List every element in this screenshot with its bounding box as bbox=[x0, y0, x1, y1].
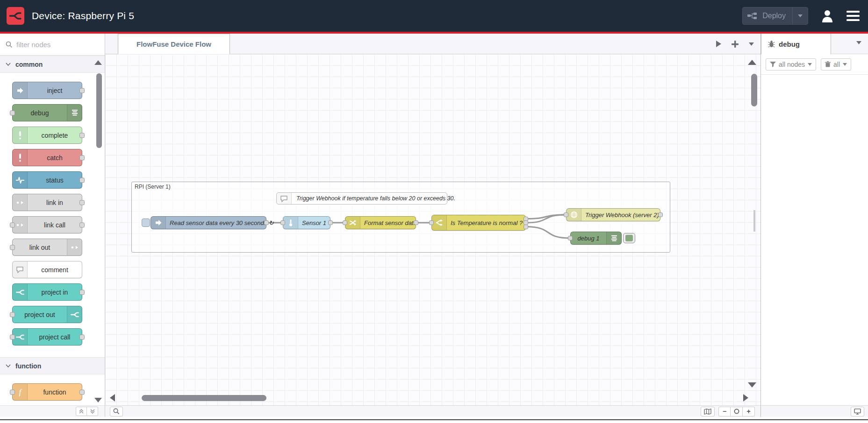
input-port[interactable] bbox=[280, 220, 285, 225]
zoom-out-button[interactable]: − bbox=[718, 407, 731, 416]
zoom-in-button[interactable]: + bbox=[743, 407, 755, 416]
main-menu-icon[interactable] bbox=[846, 11, 860, 21]
flow-node-http[interactable]: Trigger Webhook (server 2) bbox=[566, 208, 660, 221]
app-header: Device: Raspberry Pi 5 Deploy bbox=[0, 0, 868, 32]
deploy-button[interactable]: Deploy bbox=[742, 7, 808, 25]
debug-filter-button[interactable]: all nodes bbox=[766, 58, 816, 70]
palette-node-label: link call bbox=[28, 221, 82, 229]
zoom-reset-button[interactable] bbox=[731, 407, 743, 416]
palette-node-project-in[interactable]: project in bbox=[12, 283, 82, 301]
canvas-scroll-down-icon[interactable] bbox=[748, 382, 756, 388]
input-port[interactable] bbox=[343, 220, 347, 225]
chevron-down-icon bbox=[6, 364, 11, 367]
palette-node-catch[interactable]: catch bbox=[12, 149, 82, 166]
input-port[interactable] bbox=[10, 110, 15, 115]
canvas-hscrollbar-thumb[interactable] bbox=[142, 395, 266, 401]
collapse-categories-button[interactable] bbox=[76, 407, 87, 416]
input-port[interactable] bbox=[10, 222, 15, 227]
input-port[interactable] bbox=[10, 389, 15, 395]
input-port[interactable] bbox=[568, 236, 573, 240]
inject-arrow-icon bbox=[13, 82, 28, 99]
output-port[interactable] bbox=[414, 220, 418, 225]
debug-clear-button[interactable]: all bbox=[821, 58, 851, 70]
output-port[interactable] bbox=[79, 88, 85, 93]
debug-enable-toggle[interactable] bbox=[623, 233, 635, 243]
palette-scroll-area[interactable]: commoninjectdebugcompletecatchstatuslink… bbox=[0, 56, 105, 405]
output-port[interactable] bbox=[658, 212, 663, 217]
palette-category-common[interactable]: common bbox=[0, 56, 105, 73]
palette-category-function[interactable]: function bbox=[0, 357, 105, 374]
palette-search[interactable] bbox=[0, 34, 105, 56]
flow-node-change[interactable]: Format sensor data bbox=[345, 216, 416, 229]
link-icon bbox=[67, 239, 82, 255]
palette-category-label: common bbox=[15, 61, 43, 68]
output-port[interactable] bbox=[328, 220, 333, 225]
flow-list-caret-icon[interactable] bbox=[749, 42, 754, 46]
navigator-map-icon[interactable] bbox=[701, 407, 715, 416]
inject-arrow-icon bbox=[151, 217, 166, 229]
input-port[interactable] bbox=[10, 312, 15, 317]
palette-node-link-in[interactable]: link in bbox=[12, 194, 82, 211]
input-port[interactable] bbox=[564, 212, 568, 217]
input-port[interactable] bbox=[10, 334, 15, 339]
input-port[interactable] bbox=[10, 245, 15, 250]
palette-node-complete[interactable]: complete bbox=[12, 127, 82, 144]
expand-categories-button[interactable] bbox=[87, 407, 98, 416]
palette-node-project-call[interactable]: project call bbox=[12, 328, 82, 345]
input-port[interactable] bbox=[429, 220, 434, 225]
palette-node-link-out[interactable]: link out bbox=[12, 239, 82, 256]
output-port[interactable] bbox=[79, 133, 85, 138]
palette-node-label: inject bbox=[28, 87, 82, 94]
canvas-vscrollbar-thumb[interactable] bbox=[751, 74, 757, 106]
add-flow-icon[interactable] bbox=[732, 41, 739, 48]
flow-node-sensor[interactable]: Sensor 1 bbox=[283, 216, 330, 229]
output-port[interactable] bbox=[264, 220, 269, 225]
palette-node-status[interactable]: status bbox=[12, 171, 82, 189]
palette-node-label: project in bbox=[28, 289, 82, 296]
debug-lines-icon bbox=[606, 232, 621, 244]
flow-node-debug1[interactable]: debug 1 bbox=[570, 232, 622, 245]
flow-node-label: Format sensor data bbox=[360, 219, 421, 226]
debug-messages-panel bbox=[761, 75, 868, 405]
flow-node-label: Trigger Webhook (server 2) bbox=[581, 212, 663, 219]
user-avatar-icon[interactable] bbox=[820, 9, 834, 23]
output-port[interactable] bbox=[79, 200, 85, 205]
flow-node-inject[interactable]: Read sensor data every 30 seconds ↻ bbox=[151, 216, 266, 229]
palette-node-function[interactable]: ffunction bbox=[12, 383, 82, 401]
palette-node-debug[interactable]: debug bbox=[12, 104, 82, 121]
palette-scroll-down-icon[interactable] bbox=[94, 398, 102, 402]
flow-node-label: Sensor 1 bbox=[298, 219, 330, 226]
page-title: Device: Raspberry Pi 5 bbox=[32, 10, 134, 21]
palette-node-comment[interactable]: comment bbox=[12, 261, 82, 278]
palette-scrollbar-thumb[interactable] bbox=[96, 73, 102, 148]
output-port[interactable] bbox=[79, 222, 85, 227]
tab-flowfuse-device-flow[interactable]: FlowFuse Device Flow bbox=[118, 34, 230, 54]
sidebar-tabs-caret-icon[interactable] bbox=[856, 41, 861, 44]
palette-node-link-call[interactable]: link call bbox=[12, 216, 82, 233]
palette-node-inject[interactable]: inject bbox=[12, 82, 82, 99]
open-in-window-icon[interactable] bbox=[851, 407, 864, 416]
output-port[interactable] bbox=[79, 289, 85, 295]
search-flows-button[interactable] bbox=[110, 407, 123, 416]
filter-nodes-input[interactable] bbox=[16, 41, 86, 49]
palette-node-project-out[interactable]: project out bbox=[12, 306, 82, 323]
canvas-scroll-up-icon[interactable] bbox=[748, 60, 756, 65]
palette-footer bbox=[0, 405, 105, 417]
next-tab-icon[interactable] bbox=[716, 41, 721, 47]
exclamation-icon bbox=[13, 149, 28, 166]
deploy-options-caret[interactable] bbox=[792, 7, 803, 24]
output-port[interactable] bbox=[79, 334, 85, 339]
flow-canvas[interactable]: RPI (Server 1) Trigger Webhook if temper… bbox=[105, 54, 760, 405]
flow-node-switch[interactable]: Is Temperature is normal ? bbox=[431, 215, 526, 231]
comment-node[interactable]: Trigger Webhook if temperature falls bel… bbox=[276, 192, 447, 204]
output-port[interactable] bbox=[79, 389, 85, 395]
output-port[interactable] bbox=[79, 177, 85, 183]
tab-debug[interactable]: debug bbox=[761, 34, 831, 54]
search-icon bbox=[6, 41, 13, 48]
canvas-scroll-right-icon[interactable] bbox=[743, 394, 748, 402]
output-port[interactable] bbox=[524, 225, 528, 229]
output-port[interactable] bbox=[79, 155, 85, 160]
palette-scroll-up-icon[interactable] bbox=[94, 60, 102, 65]
inject-trigger-button[interactable] bbox=[142, 219, 150, 227]
canvas-scroll-left-icon[interactable] bbox=[110, 394, 115, 402]
